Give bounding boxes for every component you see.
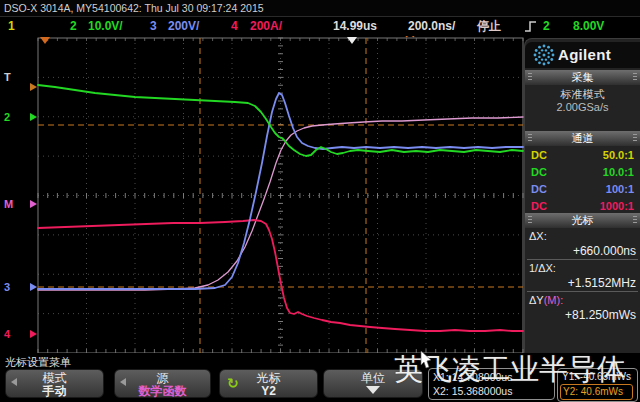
grip-icon: [633, 134, 637, 143]
y-cursor-readout: Y1: -40.63mWs Y2: 40.6mWs: [557, 368, 638, 402]
softkey-cursor[interactable]: ↻ 光标 Y2: [219, 369, 318, 398]
svg-text:2: 2: [4, 111, 10, 123]
x-cursor-readout: X1: 14.708000us X2: 15.368000us: [428, 368, 555, 400]
channel4-label[interactable]: 4: [231, 19, 238, 34]
y2-value: 40.6mWs: [581, 386, 623, 397]
channel3-info-row: DC 100:1: [525, 183, 640, 195]
channel2-info-row: DC 10.0:1: [525, 166, 640, 178]
acquisition-mode: 标准模式: [525, 87, 640, 102]
x1-value: 14.708000us: [452, 371, 513, 383]
delta-x-label: ΔX:: [529, 230, 547, 242]
status-bar: DSO-X 3014A, MY54100642: Thu Jul 30 09:1…: [0, 0, 640, 17]
svg-text:3: 3: [4, 281, 10, 293]
divider: [527, 259, 638, 260]
divider: [527, 291, 638, 292]
sample-rate: 2.00GSa/s: [525, 101, 640, 113]
svg-text:M: M: [4, 198, 13, 210]
channel2-scale: 10.0V/: [88, 19, 123, 34]
inv-delta-x-value: +1.5152MHz: [568, 276, 636, 290]
grip-icon: [633, 216, 637, 225]
brand-row: Agilent: [525, 42, 640, 68]
trigger-source: 2: [543, 19, 550, 34]
down-arrow-icon: [366, 386, 380, 394]
delta-y-label: ΔY(M):: [529, 294, 563, 306]
brand-name: Agilent: [558, 46, 611, 63]
channel4-scale: 200A/: [250, 19, 282, 34]
y1-value: -40.63mWs: [580, 371, 631, 382]
agilent-logo-icon: [531, 42, 557, 68]
run-status: 停止: [477, 19, 501, 34]
cursors-header: 光标: [525, 213, 640, 228]
channel1-label[interactable]: 1: [8, 19, 15, 34]
grip-icon: [528, 216, 532, 225]
channel-bar: 1 2 10.0V/ 3 200V/ 4 200A/ 14.99us 200.0…: [0, 17, 640, 36]
timebase: 200.0ns/: [408, 19, 455, 34]
delta-x-value: +660.000ns: [573, 244, 636, 258]
waveform-display: T2M34: [0, 36, 524, 353]
softkey-units[interactable]: 单位: [323, 369, 423, 398]
softkey-left-arrow-icon: [120, 378, 126, 386]
horizontal-position: 14.99us: [333, 19, 377, 34]
acquisition-header: 采集: [525, 70, 640, 85]
softkey-source[interactable]: 源 数学函数: [114, 369, 211, 398]
grip-icon: [528, 134, 532, 143]
device-title: DSO-X 3014A, MY54100642: Thu Jul 30 09:1…: [4, 2, 264, 14]
delta-y-value: +81.250mWs: [565, 308, 636, 322]
softkey-bar: 光标设置菜单 模式 手动 源 数学函数 ↻ 光标 Y2 单位 X1: 14.70…: [0, 353, 640, 402]
softkey-left-arrow-icon: [11, 378, 17, 386]
x2-value: 15.368000us: [452, 385, 513, 397]
channel1-info-row: DC 50.0:1: [525, 149, 640, 161]
inv-delta-x-label: 1/ΔX:: [529, 262, 556, 274]
channels-header: 通道: [525, 131, 640, 146]
grip-icon: [633, 73, 637, 82]
softkey-mode[interactable]: 模式 手动: [5, 369, 104, 398]
svg-text:4: 4: [4, 328, 11, 340]
channel3-scale: 200V/: [168, 19, 199, 34]
info-sidebar: Agilent 采集 标准模式 2.00GSa/s 通道 DC 50.0:1 D…: [524, 38, 640, 360]
svg-text:T: T: [4, 71, 11, 83]
channel4-info-row: DC 1000:1: [525, 200, 640, 212]
oscilloscope-screen: DSO-X 3014A, MY54100642: Thu Jul 30 09:1…: [0, 0, 640, 402]
channel2-label[interactable]: 2: [70, 19, 77, 34]
grip-icon: [528, 73, 532, 82]
trigger-level: 8.00V: [573, 19, 604, 34]
trigger-edge-icon: [524, 20, 538, 33]
mouse-cursor: [420, 351, 434, 369]
menu-title: 光标设置菜单: [5, 355, 71, 370]
rotate-knob-icon: ↻: [227, 375, 239, 391]
channel3-label[interactable]: 3: [150, 19, 157, 34]
